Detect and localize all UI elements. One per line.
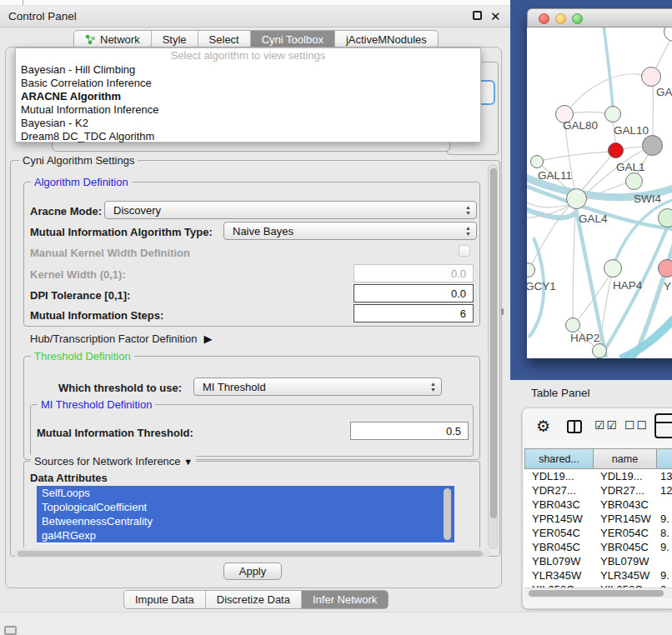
network-node-swi4[interactable] [658,208,672,228]
cell: 9. [657,512,672,525]
table-row[interactable]: YDL19...YDL19...13 [524,469,672,483]
apply-button[interactable]: Apply [223,562,282,580]
table-row[interactable]: YBR043CYBR043C [524,498,672,512]
network-node-gray[interactable] [642,135,663,156]
attribute-item-selected[interactable]: TopologicalCoefficient [37,500,454,514]
mi-steps-field[interactable]: 6 [354,304,474,322]
cell: YDR27... [524,484,594,497]
data-attributes-list[interactable]: SelfLoops TopologicalCoefficient Between… [37,486,454,544]
algorithm-option-selected[interactable]: ARACNE Algorithm [16,90,480,103]
network-node-hap4[interactable] [604,259,622,278]
mi-threshold-label: Mutual Information Threshold: [37,427,193,439]
group-title: Threshold Definition [31,350,134,362]
settings-horizontal-scrollbar[interactable] [13,549,490,558]
algorithm-dropdown-popup: Select algorithm to view settings Bayesi… [15,48,481,142]
panel-divider-grip[interactable] [501,308,504,315]
cell: YBL079W [594,555,657,568]
node-label: Y [664,280,671,292]
algorithm-option[interactable]: Basic Correlation Inference [16,77,480,90]
network-node-gal1[interactable] [625,172,643,190]
column-header-name[interactable]: name [594,448,657,469]
dpi-tolerance-field[interactable]: 0.0 [354,284,474,302]
table-panel-title: Table Panel [531,387,590,399]
table-row[interactable]: YPR145WYPR145W9. [524,512,672,526]
network-node[interactable] [592,343,607,358]
table-row[interactable]: YDR27...YDR27...12 [524,483,672,498]
table-row[interactable]: YER054CYER054C8. [524,526,672,540]
node-label: GCY1 [527,280,556,292]
aracne-mode-select[interactable]: Discovery ▲▼ [104,201,477,219]
hub-definition-toggle[interactable]: Hub/Transcription Factor Definition ▶ [30,332,212,345]
settings-vertical-scrollbar[interactable] [488,164,498,549]
tab-label: Infer Network [313,593,377,606]
table-mode-icon[interactable] [654,413,672,438]
close-window-icon[interactable] [539,13,549,24]
algorithm-option[interactable]: Bayesian - Hill Climbing [16,63,480,77]
list-scrollbar-thumb[interactable] [444,488,451,540]
group-title: MI Threshold Definition [38,398,155,411]
tab-style[interactable]: Style [152,31,198,48]
table-row[interactable]: YBL079WYBL079W [524,554,672,568]
collapsed-panel-button[interactable] [4,626,17,635]
tab-cyni-toolbox[interactable]: Cyni Toolbox [251,31,335,48]
combo-value: MI Threshold [203,381,266,393]
table-panel-box: ⚙ ☑☑ ☐☐ shared... name YDL19...YDL19...1… [522,408,672,609]
network-node-red[interactable] [608,142,624,158]
field-value: 0.0 [451,288,466,300]
cell: YDL19... [594,470,657,482]
sources-title-toggle[interactable]: Sources for Network Inference ▼ [31,455,196,468]
network-node-salmon[interactable] [658,259,672,278]
scrollbar-thumb[interactable] [529,590,664,597]
network-node-gal10[interactable] [604,106,621,122]
column-header-partial[interactable] [657,448,672,469]
cell: YBR043C [594,498,657,511]
table-horizontal-scrollbar[interactable] [524,588,672,598]
split-view-icon[interactable] [567,420,582,433]
algorithm-option[interactable]: Dream8 DC_TDC Algorithm [16,130,480,143]
close-icon[interactable]: ✕ [490,9,501,24]
attribute-item-selected[interactable]: BetweennessCentrality [37,514,454,528]
cell: YER054C [594,527,657,539]
attribute-item-selected[interactable]: gal4RGexp [37,528,454,542]
zoom-window-icon[interactable] [572,13,583,24]
algorithm-option[interactable]: Bayesian - K2 [16,117,480,130]
table-row[interactable]: YBR045CYBR045C9. [524,540,672,554]
network-node-gal11[interactable] [530,155,544,168]
dropdown-prompt: Select algorithm to view settings [16,48,480,63]
network-canvas[interactable]: GAL GAL80 GAL10 GAL1 GAL11 SWI4 GAL4 GCY… [527,28,672,358]
tab-network[interactable]: Network [74,31,152,48]
which-threshold-select[interactable]: MI Threshold ▲▼ [193,378,442,396]
column-header-shared-name[interactable]: shared... [524,448,594,469]
float-window-icon[interactable] [473,11,482,20]
mi-algorithm-type-select[interactable]: Naive Bayes ▲▼ [223,222,477,240]
kernel-width-field[interactable]: 0.0 [354,264,474,282]
network-node[interactable] [641,67,661,87]
attribute-item-selected[interactable]: SelfLoops [37,486,454,500]
manual-kernel-checkbox[interactable] [459,245,470,257]
tab-discretize-data[interactable]: Discretize Data [206,591,302,608]
gear-icon[interactable]: ⚙ [536,417,550,436]
cell: 9. [657,569,672,582]
minimize-window-icon[interactable] [555,13,566,24]
tab-select[interactable]: Select [198,31,251,48]
cell: YBR045C [594,541,657,553]
cell: YPR145W [594,512,657,525]
node-label: GAL11 [538,169,572,182]
combo-value: Naive Bayes [233,225,293,238]
select-all-columns-icon[interactable]: ☑☑ [594,418,619,432]
scrollbar-thumb[interactable] [18,551,483,557]
network-node-gal4[interactable] [566,188,587,209]
scrollbar-thumb[interactable] [490,168,497,518]
algorithm-option[interactable]: Mutual Information Inference [16,103,480,117]
network-window-titlebar[interactable] [527,8,672,28]
network-node-hap2[interactable] [565,318,580,332]
tab-impute-data[interactable]: Impute Data [124,591,206,608]
table-row[interactable]: YLR345WYLR345W9. [524,568,672,582]
tab-label: Network [100,33,140,46]
tab-jactivemnodules[interactable]: jActiveMNodules [335,31,438,48]
cell: 8. [657,527,672,539]
mi-threshold-field[interactable]: 0.5 [350,422,469,440]
node-label: GAL80 [563,119,598,132]
tab-infer-network[interactable]: Infer Network [302,591,388,608]
deselect-columns-icon[interactable]: ☐☐ [624,418,649,432]
